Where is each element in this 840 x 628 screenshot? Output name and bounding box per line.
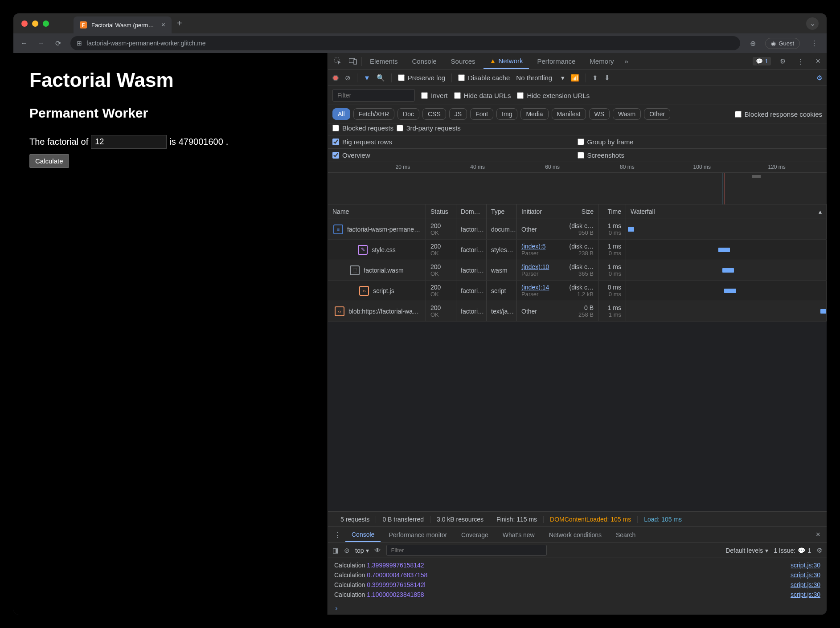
maximize-window-button[interactable] (43, 20, 49, 27)
col-waterfall[interactable]: Waterfall▴ (626, 204, 827, 219)
forward-button[interactable]: → (37, 39, 45, 47)
throttling-dropdown[interactable]: No throttling▾ (516, 74, 565, 82)
blocked-cookies-checkbox[interactable]: Blocked response cookies (735, 110, 822, 118)
filter-chip-fetchxhr[interactable]: Fetch/XHR (353, 108, 394, 120)
close-devtools-button[interactable]: × (813, 57, 823, 66)
col-time[interactable]: Time (598, 204, 626, 219)
zoom-icon[interactable]: ⊕ (748, 39, 757, 48)
inspect-icon[interactable] (332, 55, 344, 68)
tab-performance[interactable]: Performance (531, 54, 582, 69)
browser-menu-button[interactable]: ⋮ (808, 39, 820, 48)
invert-checkbox[interactable]: Invert (421, 92, 448, 99)
screenshots-checkbox[interactable]: Screenshots (578, 151, 624, 159)
settings-icon[interactable]: ⚙ (777, 55, 788, 68)
tab-overflow-button[interactable]: ⌄ (806, 17, 819, 30)
filter-chip-ws[interactable]: WS (589, 108, 610, 120)
hide-data-urls-checkbox[interactable]: Hide data URLs (454, 92, 511, 99)
network-filter-input[interactable] (332, 89, 415, 102)
console-clear-icon[interactable]: ⊘ (344, 546, 350, 555)
hide-ext-urls-checkbox[interactable]: Hide extension URLs (517, 92, 590, 99)
col-type[interactable]: Type (487, 204, 517, 219)
drawer-tab-netcond[interactable]: Network conditions (543, 528, 608, 542)
drawer-menu-icon[interactable]: ⋮ (332, 528, 344, 542)
col-initiator[interactable]: Initiator (517, 204, 568, 219)
col-size[interactable]: Size (568, 204, 598, 219)
filter-chip-wasm[interactable]: Wasm (613, 108, 641, 120)
network-timeline[interactable]: 20 ms40 ms60 ms80 ms100 ms120 ms (328, 162, 827, 204)
devtools-menu-icon[interactable]: ⋮ (795, 55, 807, 68)
overview-checkbox[interactable]: Overview (332, 151, 370, 159)
site-info-icon[interactable]: ⊞ (77, 40, 82, 47)
log-source-link[interactable]: script.js:30 (791, 562, 820, 569)
console-filter-input[interactable] (386, 545, 547, 556)
device-toggle-icon[interactable] (346, 55, 360, 67)
tab-memory[interactable]: Memory (583, 54, 620, 69)
filter-chip-other[interactable]: Other (644, 108, 670, 120)
filter-chip-font[interactable]: Font (470, 108, 493, 120)
drawer-tab-search[interactable]: Search (610, 528, 642, 542)
col-name[interactable]: Name (328, 204, 426, 219)
col-domain[interactable]: Domain (456, 204, 487, 219)
group-frame-checkbox[interactable]: Group by frame (578, 138, 634, 146)
record-button[interactable] (332, 75, 339, 81)
filter-chip-css[interactable]: CSS (422, 108, 446, 120)
context-dropdown[interactable]: top ▾ (355, 547, 369, 554)
blocked-requests-checkbox[interactable]: Blocked requests (332, 124, 393, 132)
log-source-link[interactable]: script.js:30 (791, 581, 820, 588)
reload-button[interactable]: ⟳ (53, 39, 62, 48)
live-expression-icon[interactable]: 👁 (374, 546, 381, 554)
search-icon[interactable]: 🔍 (377, 74, 385, 82)
log-source-link[interactable]: script.js:30 (791, 571, 820, 579)
console-settings-icon[interactable]: ⚙ (816, 546, 822, 555)
factorial-line: The factorial of is 479001600. (29, 135, 311, 149)
calculate-button[interactable]: Calculate (29, 154, 69, 168)
filter-chip-img[interactable]: Img (496, 108, 517, 120)
new-tab-button[interactable]: + (177, 18, 182, 29)
browser-tab[interactable]: F Factorial Wasm (permanent × (74, 16, 172, 33)
clear-button[interactable]: ⊘ (345, 74, 351, 82)
filter-chip-js[interactable]: JS (449, 108, 467, 120)
drawer-tab-perfmon[interactable]: Performance monitor (382, 528, 453, 542)
big-rows-checkbox[interactable]: Big request rows (332, 138, 392, 146)
tab-network[interactable]: ▲Network (484, 53, 529, 69)
col-status[interactable]: Status (426, 204, 456, 219)
table-row[interactable]: ‹›script.js 200OK factori… script (index… (328, 281, 827, 301)
levels-dropdown[interactable]: Default levels ▾ (725, 547, 768, 554)
third-party-checkbox[interactable]: 3rd-party requests (397, 124, 461, 132)
address-bar[interactable]: ⊞ factorial-wasm-permanent-worker.glitch… (70, 36, 740, 50)
minimize-window-button[interactable] (32, 20, 38, 27)
more-tabs-icon[interactable]: » (622, 55, 631, 68)
filter-toggle-icon[interactable]: ▼ (364, 74, 370, 82)
close-tab-button[interactable]: × (161, 21, 165, 29)
tab-sources[interactable]: Sources (445, 54, 482, 69)
network-settings-icon[interactable]: ⚙ (816, 74, 822, 82)
filter-chip-doc[interactable]: Doc (397, 108, 419, 120)
drawer-tab-whatsnew[interactable]: What's new (496, 528, 541, 542)
log-source-link[interactable]: script.js:30 (791, 591, 820, 598)
filter-chip-all[interactable]: All (332, 108, 350, 120)
disable-cache-checkbox[interactable]: Disable cache (458, 74, 510, 82)
issues-badge[interactable]: 💬1 (753, 57, 771, 65)
table-row[interactable]: ≡factorial-wasm-permane… 200OK factori… … (328, 219, 827, 240)
table-row[interactable]: ⬚factorial.wasm 200OK factori… wasm (ind… (328, 260, 827, 281)
table-row[interactable]: ✎style.css 200OK factori… styles… (index… (328, 240, 827, 260)
drawer-tab-console[interactable]: Console (345, 528, 381, 542)
filter-chip-manifest[interactable]: Manifest (552, 108, 586, 120)
tab-console[interactable]: Console (406, 54, 443, 69)
tab-elements[interactable]: Elements (364, 54, 404, 69)
console-prompt[interactable]: › (328, 602, 827, 615)
back-button[interactable]: ← (20, 39, 29, 47)
close-drawer-button[interactable]: × (813, 530, 823, 539)
preserve-log-checkbox[interactable]: Preserve log (398, 74, 445, 82)
profile-button[interactable]: ◉ Guest (765, 38, 800, 49)
network-conditions-icon[interactable]: 📶 (571, 74, 579, 82)
table-row[interactable]: ‹›blob:https://factorial-wa… 200OK facto… (328, 301, 827, 322)
close-window-button[interactable] (21, 20, 28, 27)
factorial-input[interactable] (91, 135, 167, 149)
download-har-icon[interactable]: ⬇ (604, 74, 610, 82)
console-sidebar-icon[interactable]: ◨ (332, 546, 339, 555)
console-issues[interactable]: 1 Issue: 💬1 (774, 547, 811, 554)
upload-har-icon[interactable]: ⬆ (592, 74, 598, 82)
drawer-tab-coverage[interactable]: Coverage (455, 528, 495, 542)
filter-chip-media[interactable]: Media (520, 108, 548, 120)
